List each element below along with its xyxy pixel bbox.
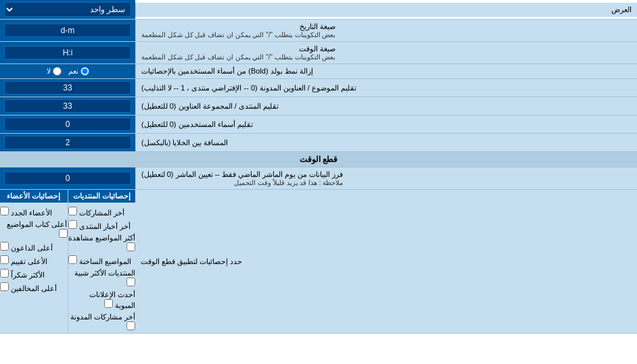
- time-format-label: صيغة الوقت بعض التكوينات يتطلب "/" التي …: [135, 42, 637, 63]
- topic-count-input-cell: [0, 79, 135, 97]
- cb-last-posts: أخر المشاركات: [68, 205, 136, 219]
- stats-members-header: إحصائيات الأعضاء: [0, 190, 68, 203]
- user-count-row: تقليم أسماء المستخدمين (0 للتعطيل): [0, 115, 637, 134]
- stats-posts-header: إحصائيات المنتديات: [68, 190, 136, 203]
- date-format-input-cell: [0, 20, 135, 41]
- topic-count-input[interactable]: [4, 81, 131, 95]
- stats-cols: إحصائيات المنتديات أخر المشاركات أخر أخب…: [0, 190, 135, 333]
- cb-most-similar-input[interactable]: [126, 278, 135, 286]
- header-label: العرض: [135, 3, 637, 17]
- date-format-row: صيغة التاريخ بعض التكوينات يتطلب "/" الت…: [0, 20, 637, 42]
- cb-most-viewed: أكثر المواضيع مشاهدة: [68, 232, 136, 254]
- bold-radio-no[interactable]: [53, 67, 62, 76]
- cb-classifieds: أحدث الإعلانات المبوبة: [68, 289, 136, 311]
- lines-select-cell: سطر واحد سطرين ثلاثة أسطر: [0, 0, 135, 19]
- forum-count-input-cell: [0, 97, 135, 115]
- cb-classifieds-input[interactable]: [104, 299, 113, 308]
- space-input-cell: [0, 134, 135, 151]
- time-format-input-cell: [0, 42, 135, 63]
- cb-top-inviters-input[interactable]: [0, 242, 9, 251]
- cb-most-thanked: الأكثر شكراً: [0, 267, 68, 281]
- cb-top-rated-input[interactable]: [0, 255, 9, 264]
- cutoff-input-cell: [0, 167, 135, 189]
- cb-last-posts-input[interactable]: [68, 207, 77, 215]
- cutoff-row: فرز البيانات من يوم الماشر الماضي فقط --…: [0, 167, 637, 190]
- cb-forum-news: أخر أخبار المنتدى: [68, 219, 136, 232]
- cb-most-similar: المنتديات الأكثر شبية: [68, 267, 136, 289]
- cb-blog-posts: أخر مشاركات المدونة: [68, 311, 136, 333]
- cb-blog-posts-input[interactable]: [126, 321, 135, 330]
- cb-most-viewed-input[interactable]: [126, 242, 135, 251]
- cb-top-rated: الأعلى تقييم: [0, 254, 68, 267]
- time-format-input[interactable]: [4, 46, 131, 59]
- cb-top-violators-input[interactable]: [0, 282, 9, 291]
- user-count-input[interactable]: [4, 118, 131, 131]
- user-count-input-cell: [0, 115, 135, 133]
- bold-radio-yes[interactable]: [80, 67, 89, 76]
- time-format-row: صيغة الوقت بعض التكوينات يتطلب "/" التي …: [0, 42, 637, 64]
- bold-radio-cell: نعم لا: [0, 64, 135, 78]
- forum-count-row: تقليم المنتدى / المجموعة العناوين (0 للت…: [0, 97, 637, 115]
- space-input[interactable]: [4, 136, 131, 149]
- cb-most-thanked-input[interactable]: [0, 269, 9, 278]
- bold-radio-yes-label: نعم: [68, 67, 89, 76]
- space-label: المسافة بين الخلايا (بالبكسل): [135, 134, 637, 151]
- stats-apply-label: حدد إحصائيات لتطبيق قطع الوقت: [135, 190, 637, 333]
- cb-forum-news-input[interactable]: [68, 220, 77, 229]
- stats-checkboxes-row: حدد إحصائيات لتطبيق قطع الوقت إحصائيات ا…: [0, 190, 637, 334]
- cb-top-writers-input[interactable]: [59, 229, 68, 238]
- space-row: المسافة بين الخلايا (بالبكسل): [0, 134, 637, 152]
- cb-top-violators: أعلى المخالفين: [0, 281, 68, 294]
- cb-hot-topics: المواضيع الساخنة: [68, 254, 136, 267]
- cutoff-label: فرز البيانات من يوم الماشر الماضي فقط --…: [135, 167, 637, 189]
- stats-cols-container: إحصائيات المنتديات أخر المشاركات أخر أخب…: [0, 190, 135, 333]
- cutoff-section-header: قطع الوقت: [0, 152, 637, 167]
- topic-count-label: تقليم الموضوع / العناوين المدونة (0 -- ا…: [135, 79, 637, 97]
- stats-members-col: إحصائيات الأعضاء الأعضاء الجدد أعلى كتاب…: [0, 190, 68, 333]
- user-count-label: تقليم أسماء المستخدمين (0 للتعطيل): [135, 115, 637, 133]
- bold-label: إزالة نمط بولد (Bold) من أسماء المستخدمي…: [135, 64, 637, 78]
- cb-new-members-input[interactable]: [0, 207, 9, 215]
- cb-top-inviters: أعلى الداعون: [0, 240, 68, 254]
- cb-hot-topics-input[interactable]: [68, 255, 77, 264]
- bold-row: إزالة نمط بولد (Bold) من أسماء المستخدمي…: [0, 64, 637, 79]
- cutoff-input[interactable]: [4, 172, 131, 185]
- cb-new-members: الأعضاء الجدد: [0, 205, 68, 219]
- forum-count-input[interactable]: [4, 99, 131, 113]
- stats-posts-col: إحصائيات المنتديات أخر المشاركات أخر أخب…: [68, 190, 136, 333]
- header-row: العرض سطر واحد سطرين ثلاثة أسطر: [0, 0, 637, 20]
- date-format-label: صيغة التاريخ بعض التكوينات يتطلب "/" الت…: [135, 20, 637, 41]
- forum-count-label: تقليم المنتدى / المجموعة العناوين (0 للت…: [135, 97, 637, 115]
- cb-top-writers: أعلى كتاب المواضيع: [0, 219, 68, 240]
- date-format-input[interactable]: [4, 24, 131, 37]
- topic-count-row: تقليم الموضوع / العناوين المدونة (0 -- ا…: [0, 79, 637, 97]
- bold-radio-no-label: لا: [47, 67, 62, 76]
- lines-select[interactable]: سطر واحد سطرين ثلاثة أسطر: [4, 2, 131, 17]
